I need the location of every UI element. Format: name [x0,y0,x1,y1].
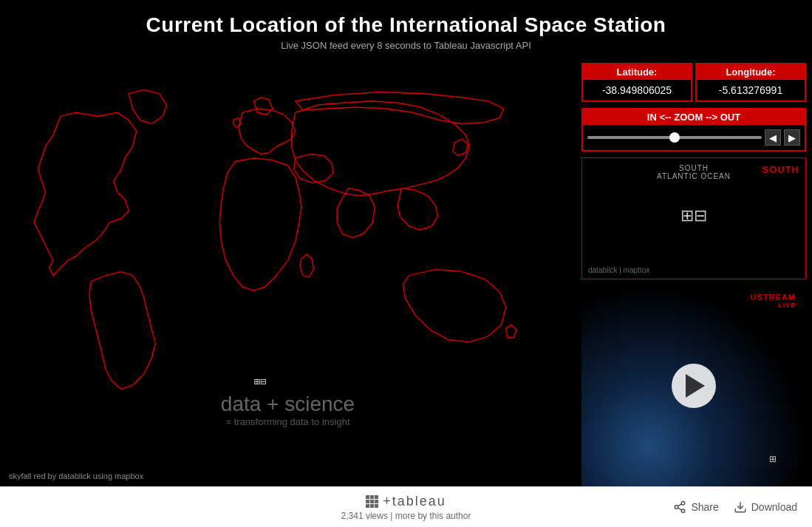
zoom-left-button[interactable]: ◀ [765,129,781,146]
svg-line-6 [678,508,682,510]
world-map-area: ⊞⊟ skyfall red by datablick using mapbox… [0,57,576,486]
ustream-live-label: LIVE [751,302,796,309]
svg-point-3 [682,502,686,506]
right-panel: Latitude: -38.949806025 Longitude: -5.61… [576,57,812,486]
map-credit: skyfall red by datablick using mapbox [9,472,143,480]
page-title: Current Location of the International Sp… [0,13,812,37]
longitude-label: Longitude: [697,64,805,80]
ustream-badge: USTREAM LIVE [746,291,800,310]
tableau-logo: +tableau [366,494,446,509]
longitude-value: -5.613276991 [697,80,805,101]
svg-point-4 [675,506,679,509]
footer-center: +tableau 2,341 views | more by this auth… [341,494,471,521]
mini-map-credit: datablick | mapbox [588,266,649,274]
mini-map: SOUTH ATLANTIC OCEAN SOUTH ⊞⊟ datablick … [581,157,806,279]
download-button[interactable]: Download [734,500,797,514]
mini-map-region-label: SOUTH ATLANTIC OCEAN [657,164,731,180]
mini-map-direction-label: SOUTH [762,164,800,175]
zoom-control: IN <-- ZOOM --> OUT ◀ ▶ [581,108,806,152]
zoom-slider[interactable] [587,136,762,139]
ustream-label: USTREAM [751,293,796,302]
share-button[interactable]: Share [673,500,718,514]
footer: +tableau 2,341 views | more by this auth… [0,486,812,527]
latitude-label: Latitude: [583,64,691,80]
svg-point-5 [682,509,686,513]
latitude-box: Latitude: -38.949806025 [581,63,692,102]
main-content: ⊞⊟ skyfall red by datablick using mapbox… [0,57,812,486]
video-area[interactable]: ⊞ USTREAM LIVE [581,285,806,486]
share-label: Share [691,501,718,513]
download-label: Download [751,501,797,513]
download-icon [734,500,747,514]
latitude-value: -38.949806025 [583,80,691,101]
svg-line-7 [678,504,682,506]
tableau-grid-icon [366,495,378,508]
page-header: Current Location of the International Sp… [0,0,812,57]
iss-mini-map-position: ⊞⊟ [680,206,707,225]
data-science-tagline: = transforming data to insight [221,416,355,427]
footer-stats: 2,341 views | more by this author [341,511,471,521]
iss-world-position: ⊞⊟ [253,375,267,387]
data-science-title: data + science [221,392,355,416]
zoom-slider-row: ◀ ▶ [583,125,805,150]
coordinates-row: Latitude: -38.949806025 Longitude: -5.61… [576,57,812,105]
data-science-branding: data + science = transforming data to in… [221,392,355,427]
video-play-button[interactable] [672,364,716,408]
share-icon [673,500,686,514]
satellite-overlay: ⊞ [769,454,777,464]
longitude-box: Longitude: -5.613276991 [695,63,806,102]
zoom-text: IN <-- ZOOM --> OUT [647,112,740,123]
zoom-right-button[interactable]: ▶ [784,129,800,146]
footer-right: Share Download [673,500,797,514]
zoom-label: IN <-- ZOOM --> OUT [583,109,805,125]
play-triangle-icon [686,374,705,398]
tableau-logo-text: +tableau [383,494,446,509]
page-subtitle: Live JSON feed every 8 seconds to Tablea… [0,40,812,51]
